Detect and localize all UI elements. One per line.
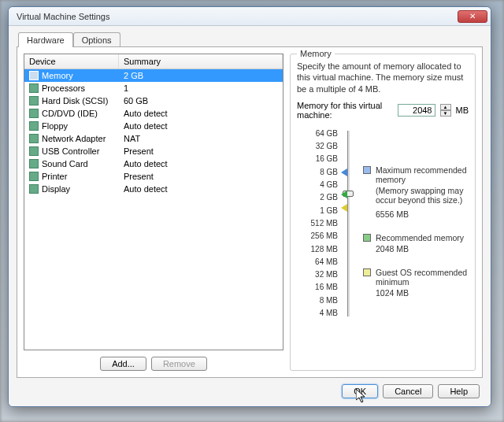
memory-groupbox: Memory Specify the amount of memory allo… (290, 54, 476, 371)
printer-icon (29, 172, 39, 181)
scale-tick: 64 GB (297, 128, 338, 140)
table-row[interactable]: DisplayAuto detect (24, 183, 283, 195)
table-row[interactable]: Network AdapterNAT (24, 132, 283, 145)
memory-panel: Memory Specify the amount of memory allo… (290, 54, 476, 371)
scale-tick: 1 GB (297, 205, 338, 217)
table-row[interactable]: FloppyAuto detect (24, 120, 283, 132)
memory-spinner[interactable]: ▲ ▼ (440, 104, 451, 117)
content: Hardware Options Device Summary Memory2 … (9, 26, 491, 406)
floppy-icon (29, 121, 39, 131)
table-row[interactable]: PrinterPresent (24, 170, 283, 183)
memory-slider[interactable] (341, 128, 355, 320)
memory-legend: Maximum recommended memory (Memory swapp… (358, 128, 469, 320)
marker-recommended-icon (341, 191, 347, 198)
device-name: Processors (42, 83, 85, 93)
device-summary: 2 GB (119, 70, 283, 81)
legend-max-label: Maximum recommended memory (376, 165, 467, 184)
scale-tick: 4 MB (297, 307, 338, 320)
legend-guest-label: Guest OS recommended minimum (376, 268, 467, 287)
scale-tick: 8 MB (297, 294, 338, 307)
memory-description: Specify the amount of memory allocated t… (297, 61, 469, 94)
memory-unit: MB (456, 106, 469, 115)
window-title: Virtual Machine Settings (17, 12, 458, 21)
legend-rec-label: Recommended memory (376, 233, 464, 242)
memory-body: 64 GB32 GB16 GB8 GB4 GB2 GB1 GB512 MB256… (297, 128, 469, 320)
device-name: Display (42, 184, 70, 194)
device-summary: Auto detect (119, 120, 283, 131)
device-name: Printer (42, 172, 67, 181)
ok-button[interactable]: OK (342, 384, 378, 398)
scale-tick: 16 GB (297, 153, 338, 165)
remove-button[interactable]: Remove (151, 357, 207, 371)
scale-tick: 512 MB (297, 217, 338, 230)
table-row[interactable]: USB ControllerPresent (24, 145, 283, 157)
scale-tick: 32 GB (297, 140, 338, 153)
table-row[interactable]: CD/DVD (IDE)Auto detect (24, 107, 283, 120)
usb-icon (29, 146, 39, 156)
scale-tick: 32 MB (297, 268, 338, 281)
legend-max-icon (363, 166, 371, 174)
device-name: Memory (42, 71, 73, 80)
legend-guest-icon (363, 268, 371, 276)
sound-icon (29, 159, 39, 168)
cd-icon (29, 109, 39, 118)
memory-input-label: Memory for this virtual machine: (297, 101, 393, 120)
device-summary: 1 (119, 83, 283, 94)
scale-tick: 128 MB (297, 243, 338, 256)
tab-options[interactable]: Options (73, 32, 120, 47)
groupbox-title: Memory (297, 49, 335, 58)
memory-input[interactable] (398, 104, 435, 117)
scale-tick: 8 GB (297, 166, 338, 179)
settings-window: Virtual Machine Settings ✕ Hardware Opti… (8, 6, 491, 407)
device-summary: Auto detect (119, 183, 283, 194)
tab-strip: Hardware Options (17, 32, 483, 47)
legend-rec-value: 2048 MB (363, 244, 469, 254)
col-header-summary[interactable]: Summary (119, 54, 283, 68)
spinner-down-icon[interactable]: ▼ (440, 110, 451, 117)
device-summary: Auto detect (119, 158, 283, 169)
scale-tick: 4 GB (297, 179, 338, 191)
slider-track (347, 131, 350, 316)
titlebar[interactable]: Virtual Machine Settings ✕ (9, 7, 491, 26)
device-name: Floppy (42, 121, 68, 131)
dialog-buttons: OK Cancel Help (17, 378, 483, 398)
device-summary: Present (119, 146, 283, 157)
net-icon (29, 134, 39, 143)
cpu-icon (29, 83, 39, 93)
memory-input-row: Memory for this virtual machine: ▲ ▼ MB (297, 101, 469, 120)
device-summary: Present (119, 171, 283, 182)
device-name: Sound Card (42, 159, 88, 168)
cancel-button[interactable]: Cancel (383, 384, 433, 398)
legend-guest-value: 1024 MB (363, 288, 469, 298)
legend-max-note: (Memory swapping may occur beyond this s… (363, 186, 469, 205)
tab-panel-hardware: Device Summary Memory2 GBProcessors1Hard… (17, 46, 483, 378)
tab-hardware[interactable]: Hardware (18, 32, 73, 47)
display-icon (29, 184, 39, 194)
memory-icon (29, 71, 39, 80)
spinner-up-icon[interactable]: ▲ (440, 104, 451, 110)
device-summary: Auto detect (119, 108, 283, 119)
hdd-icon (29, 96, 39, 106)
close-icon: ✕ (469, 12, 476, 20)
marker-max-icon (341, 168, 347, 176)
close-button[interactable]: ✕ (458, 10, 487, 23)
add-button[interactable]: Add... (100, 357, 146, 371)
legend-rec-icon (363, 234, 371, 242)
scale-tick: 256 MB (297, 230, 338, 242)
table-row[interactable]: Memory2 GB (24, 69, 283, 82)
memory-scale: 64 GB32 GB16 GB8 GB4 GB2 GB1 GB512 MB256… (297, 128, 338, 320)
marker-guest-min-icon (341, 204, 347, 212)
table-row[interactable]: Hard Disk (SCSI)60 GB (24, 94, 283, 107)
table-row[interactable]: Sound CardAuto detect (24, 157, 283, 170)
table-row[interactable]: Processors1 (24, 82, 283, 94)
device-name: Hard Disk (SCSI) (42, 96, 108, 106)
scale-tick: 2 GB (297, 191, 338, 204)
col-header-device[interactable]: Device (24, 54, 119, 68)
help-button[interactable]: Help (438, 384, 480, 398)
hardware-buttons: Add... Remove (24, 350, 284, 371)
scale-tick: 16 MB (297, 281, 338, 294)
device-name: Network Adapter (42, 134, 106, 143)
device-summary: NAT (119, 133, 283, 144)
device-name: CD/DVD (IDE) (42, 109, 98, 118)
legend-max-value: 6556 MB (363, 209, 469, 219)
